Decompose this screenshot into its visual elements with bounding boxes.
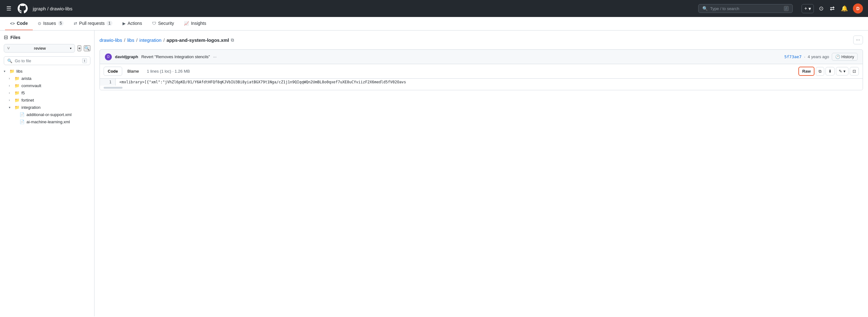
commit-dot: · — [804, 55, 805, 59]
copy-icon: ⧉ — [818, 69, 822, 74]
symbol-button[interactable]: ⊡ — [850, 67, 859, 75]
line-number: 1 — [100, 79, 116, 85]
search-icon: 🔍 — [702, 6, 708, 11]
code-view: Code Blame 1 lines (1 loc) · 1.26 MB Raw… — [99, 64, 863, 90]
tab-issues[interactable]: ⊙ Issues 5 — [33, 17, 69, 30]
commit-bar: D davidjgraph Revert "Removes Integratio… — [99, 49, 863, 64]
tab-security-label: Security — [158, 21, 174, 26]
folder-icon: 📁 — [9, 69, 14, 74]
tab-code-view[interactable]: Code — [104, 67, 122, 76]
tab-insights[interactable]: 📈 Insights — [179, 17, 211, 30]
chevron-down-icon: ▾ — [4, 70, 7, 73]
issues-icon[interactable]: ⊙ — [817, 4, 825, 13]
scrollbar-thumb[interactable] — [104, 87, 123, 89]
pullrequests-icon[interactable]: ⇄ — [829, 4, 836, 13]
tab-actions-label: Actions — [128, 21, 142, 26]
code-info: 1 lines (1 loc) · 1.26 MB — [147, 69, 190, 74]
edit-dropdown-icon: ▾ — [843, 69, 846, 74]
tree-item-commvault[interactable]: › 📁 commvault — [1, 82, 93, 89]
edit-icon: ✎ — [839, 69, 842, 74]
history-label: History — [841, 55, 854, 59]
sidebar-header: ⊟ Files — [0, 34, 94, 44]
tab-blame-view[interactable]: Blame — [123, 67, 143, 76]
copy-raw-button[interactable]: ⧉ — [816, 67, 824, 76]
top-nav: ☰ jgraph / drawio-libs 🔍 / + ▾ ⊙ ⇄ 🔔 D — [0, 0, 868, 17]
tree-item-label: commvault — [22, 83, 41, 88]
symbol-icon: ⊡ — [852, 69, 856, 74]
raw-button[interactable]: Raw — [798, 67, 814, 76]
folder-icon: 📁 — [14, 91, 20, 95]
file-sidebar: ⊟ Files ⑂ review ▾ + 🔍 🔍 t ▾ 📁 libs — [0, 31, 94, 316]
hamburger-menu[interactable]: ☰ — [5, 4, 12, 13]
tree-item-integration[interactable]: ▾ 📁 integration — [1, 104, 93, 111]
commit-hash[interactable]: 5f73ae7 — [784, 55, 802, 59]
insights-tab-icon: 📈 — [184, 21, 189, 26]
commit-message: Revert "Removes Integration stencils" — [142, 55, 210, 59]
folder-icon: 📁 — [14, 98, 20, 103]
file-icon: 📄 — [20, 112, 25, 117]
tab-pulls[interactable]: ⇄ Pull requests 1 — [69, 17, 118, 30]
tab-actions[interactable]: ▶ Actions — [118, 17, 147, 30]
commit-meta: 5f73ae7 · 4 years ago 🕐 History — [784, 53, 858, 61]
breadcrumb-libs[interactable]: libs — [127, 37, 134, 43]
add-file-button[interactable]: + — [78, 45, 81, 51]
tab-code[interactable]: <> Code — [5, 17, 33, 30]
security-tab-icon: 🛡 — [152, 21, 156, 26]
breadcrumb-sep: / — [136, 37, 137, 43]
repo-link[interactable]: drawio-libs — [50, 6, 72, 11]
goto-file-search[interactable]: 🔍 t — [4, 56, 90, 65]
search-input[interactable] — [710, 6, 781, 11]
chevron-right-icon: › — [9, 99, 12, 102]
download-icon: ⬇ — [828, 69, 832, 74]
download-button[interactable]: ⬇ — [826, 67, 835, 75]
search-bar[interactable]: 🔍 / — [698, 4, 793, 13]
tree-item-ai-machine-learning[interactable]: › 📄 ai-machine-learning.xml — [1, 118, 93, 126]
breadcrumb-integration[interactable]: integration — [140, 37, 161, 43]
github-logo — [18, 3, 28, 13]
owner-link[interactable]: jgraph — [33, 6, 46, 11]
repo-tabs: <> Code ⊙ Issues 5 ⇄ Pull requests 1 ▶ A… — [0, 17, 868, 31]
edit-button[interactable]: ✎ ▾ — [836, 67, 848, 75]
folder-icon: 📁 — [14, 83, 20, 88]
notifications-icon[interactable]: 🔔 — [840, 4, 849, 13]
main-layout: ⊟ Files ⑂ review ▾ + 🔍 🔍 t ▾ 📁 libs — [0, 31, 868, 316]
file-tree: ▾ 📁 libs › 📁 arista › 📁 commvault › 📁 f5 — [0, 68, 94, 126]
file-icon: 📄 — [20, 119, 25, 124]
breadcrumb: drawio-libs / libs / integration / apps-… — [99, 36, 863, 44]
breadcrumb-sep: / — [124, 37, 125, 43]
code-content: 1 <mxlibrary>[{"xml":"jVhZl6pKD/01/Y6Afd… — [100, 79, 863, 90]
tree-item-arista[interactable]: › 📁 arista — [1, 75, 93, 82]
horizontal-scrollbar[interactable] — [100, 85, 863, 90]
avatar[interactable]: D — [853, 3, 863, 13]
history-button[interactable]: 🕐 History — [832, 53, 858, 61]
plus-button[interactable]: + ▾ — [802, 4, 814, 13]
branch-selector: ⑂ review ▾ + 🔍 — [4, 44, 90, 52]
line-code: <mxlibrary>[{"xml":"jVhZl6pKD/01/Y6AfdtH… — [116, 79, 410, 85]
copy-path-icon[interactable]: ⧉ — [231, 37, 234, 43]
repo-path: jgraph / drawio-libs — [33, 6, 72, 11]
tab-insights-label: Insights — [191, 21, 206, 26]
code-toolbar: Code Blame 1 lines (1 loc) · 1.26 MB Raw… — [100, 64, 863, 79]
content-area: drawio-libs / libs / integration / apps-… — [94, 31, 868, 316]
chevron-right-icon: › — [9, 77, 12, 80]
commit-ellipsis[interactable]: ··· — [213, 55, 217, 59]
search-files-button[interactable]: 🔍 — [84, 45, 90, 51]
branch-dropdown[interactable]: ⑂ review ▾ — [4, 44, 75, 52]
actions-tab-icon: ▶ — [123, 21, 126, 26]
tree-item-additional-support[interactable]: › 📄 additional-or-support.xml — [1, 111, 93, 118]
tree-item-libs[interactable]: ▾ 📁 libs — [1, 68, 93, 75]
branch-name: review — [12, 46, 68, 50]
tree-item-fortinet[interactable]: › 📁 fortinet — [1, 97, 93, 104]
commit-user[interactable]: davidjgraph — [115, 55, 138, 59]
folder-icon: 📁 — [14, 105, 20, 110]
breadcrumb-root[interactable]: drawio-libs — [99, 37, 122, 43]
tree-item-label: fortinet — [22, 98, 34, 103]
goto-file-input[interactable] — [15, 59, 80, 63]
tab-pulls-label: Pull requests — [79, 21, 104, 26]
branch-chevron-icon: ▾ — [70, 46, 71, 50]
tree-item-f5[interactable]: › 📁 f5 — [1, 89, 93, 97]
tab-security[interactable]: 🛡 Security — [147, 17, 179, 30]
sidebar-files-icon: ⊟ — [4, 34, 8, 40]
more-options-button[interactable]: ··· — [853, 36, 863, 44]
search-file-icon: 🔍 — [7, 59, 12, 63]
